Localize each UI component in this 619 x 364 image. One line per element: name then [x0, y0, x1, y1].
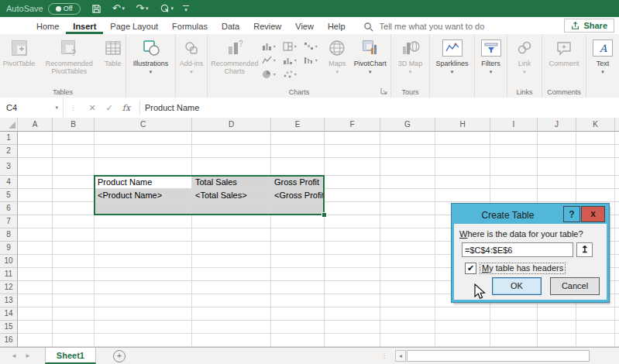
column-chart-button[interactable]: ▾ [262, 39, 283, 53]
histogram-chart-button[interactable]: ▾ [283, 53, 304, 67]
recommended-pivottables-label: Recommended PivotTables [40, 60, 99, 75]
recommended-pivottables-button[interactable]: ? Recommended PivotTables [40, 36, 99, 75]
row-header-16[interactable]: 16 [0, 334, 18, 347]
fill-handle[interactable] [322, 212, 327, 218]
column-header-D[interactable]: D [192, 118, 271, 132]
illustrations-button[interactable]: Illustrations ▾ [127, 36, 175, 76]
hscroll-left-arrow[interactable]: ◂ [395, 350, 406, 362]
formula-bar-splitter[interactable]: ⋮ [70, 104, 77, 112]
redo-button[interactable]: ↷▾ [136, 0, 148, 17]
sheet-nav-right-icon[interactable]: ► [25, 352, 31, 359]
dialog-help-button[interactable]: ? [563, 206, 580, 222]
stock-chart-button[interactable]: ▾ [304, 53, 325, 67]
recommended-charts-button[interactable]: ? Recommended Charts [208, 36, 262, 75]
tables-group-label: Tables [0, 88, 126, 96]
table-range-input[interactable] [462, 242, 573, 257]
column-header-A[interactable]: A [18, 118, 53, 132]
row-header-3[interactable]: 3 [0, 158, 18, 176]
row-header-5[interactable]: 5 [0, 189, 18, 202]
headers-checkbox-label[interactable]: My table has headers [480, 263, 566, 274]
row-header-6[interactable]: 6 [0, 202, 18, 215]
share-button[interactable]: Share [564, 19, 614, 33]
column-header-E[interactable]: E [271, 118, 325, 132]
formula-bar-content[interactable]: Product Name [145, 103, 199, 112]
undo-dropdown-icon[interactable]: ▾ [122, 0, 126, 17]
pivottable-button[interactable]: PivotTable [0, 36, 38, 67]
column-header-B[interactable]: B [53, 118, 95, 132]
row-header-10[interactable]: 10 [0, 255, 18, 268]
waterfall-chart-button[interactable]: ▾ [304, 39, 325, 53]
scatter-chart-button[interactable]: ▾ [283, 67, 304, 81]
column-header-J[interactable]: J [538, 118, 576, 132]
touch-mode-dropdown-icon[interactable]: ▾ [171, 0, 174, 17]
tab-view[interactable]: View [288, 19, 321, 34]
row-header-2[interactable]: 2 [0, 145, 18, 158]
dialog-close-button[interactable]: x [581, 206, 605, 222]
column-header-F[interactable]: F [325, 118, 380, 132]
row-header-1[interactable]: 1 [0, 132, 18, 145]
tab-help[interactable]: Help [321, 19, 352, 34]
row-header-14[interactable]: 14 [0, 307, 18, 321]
column-header-K[interactable]: K [576, 118, 615, 132]
share-icon [571, 21, 580, 30]
insert-function-button[interactable]: fx [118, 103, 135, 113]
tab-data[interactable]: Data [215, 19, 246, 34]
range-picker-button[interactable]: ↥ [576, 242, 593, 257]
tab-insert[interactable]: Insert [66, 19, 103, 34]
redo-dropdown-icon[interactable]: ▾ [146, 0, 149, 17]
select-all-corner[interactable] [0, 118, 18, 132]
undo-button[interactable]: ↶▾ [112, 0, 125, 17]
row-header-8[interactable]: 8 [0, 228, 18, 242]
customize-qat-icon: ▾ [184, 8, 187, 12]
column-header-H[interactable]: H [435, 118, 490, 132]
table-button[interactable]: Table [101, 36, 126, 67]
enter-entry-button[interactable]: ✓ [101, 103, 118, 113]
sheet-nav-left-icon[interactable]: ◄ [11, 352, 17, 359]
tellme-search-input[interactable] [378, 21, 513, 32]
column-header-I[interactable]: I [490, 118, 538, 132]
tab-home[interactable]: Home [29, 19, 66, 34]
row-header-13[interactable]: 13 [0, 294, 18, 307]
customize-quick-access-toolbar-button[interactable]: ▾ [183, 5, 189, 12]
column-header-G[interactable]: G [380, 118, 435, 132]
row-header-9[interactable]: 9 [0, 242, 18, 255]
maps-label: Maps [328, 60, 346, 67]
column-header-partial[interactable] [615, 118, 619, 132]
touch-mouse-mode-button[interactable]: ▾ [160, 0, 174, 17]
tab-formulas[interactable]: Formulas [165, 19, 215, 34]
tab-review[interactable]: Review [246, 19, 288, 34]
save-button[interactable] [91, 4, 101, 14]
sparklines-button[interactable]: Sparklines ▾ [431, 36, 474, 76]
pie-chart-button[interactable]: ▾ [262, 67, 283, 81]
sheet-tab-sheet1[interactable]: Sheet1 [45, 348, 96, 364]
row-header-12[interactable]: 12 [0, 281, 18, 294]
row-header-11[interactable]: 11 [0, 268, 18, 281]
maps-button[interactable]: Maps ▾ [325, 36, 350, 76]
treemap-chart-button[interactable]: ▾ [283, 39, 304, 53]
ok-button[interactable]: OK [492, 277, 542, 295]
headers-checkbox[interactable]: ✔ [465, 263, 476, 274]
row-header-7[interactable]: 7 [0, 215, 18, 228]
filters-button[interactable]: Filters ▾ [476, 36, 507, 76]
links-group-label: Links [507, 88, 542, 96]
column-chart-icon [262, 42, 272, 51]
cancel-button[interactable]: Cancel [550, 277, 600, 295]
tab-scroll-splitter[interactable]: ⋮ [381, 355, 387, 358]
cancel-entry-button[interactable]: ✕ [84, 103, 101, 113]
line-chart-button[interactable]: ▾ [262, 53, 283, 67]
tab-page-layout[interactable]: Page Layout [103, 19, 165, 34]
name-box-dropdown-icon[interactable]: ▾ [55, 105, 58, 111]
row-header-15[interactable]: 15 [0, 321, 18, 334]
addins-button[interactable]: Add-ins ▾ [177, 36, 206, 76]
autosave-toggle[interactable]: Off [48, 3, 81, 15]
column-header-C[interactable]: C [95, 118, 192, 132]
text-button[interactable]: A Text ▾ [587, 36, 618, 76]
name-box[interactable]: C4 ▾ [0, 98, 64, 118]
pivotchart-button[interactable]: PivotChart ▾ [350, 36, 390, 76]
comment-button[interactable]: Comment [543, 36, 585, 67]
threed-map-button[interactable]: 3D Map ▾ [393, 36, 428, 76]
link-button[interactable]: Link ▾ [508, 36, 541, 76]
new-sheet-button[interactable]: + [113, 350, 126, 362]
row-header-4[interactable]: 4 [0, 176, 18, 189]
hscroll-thumb[interactable] [407, 350, 590, 362]
